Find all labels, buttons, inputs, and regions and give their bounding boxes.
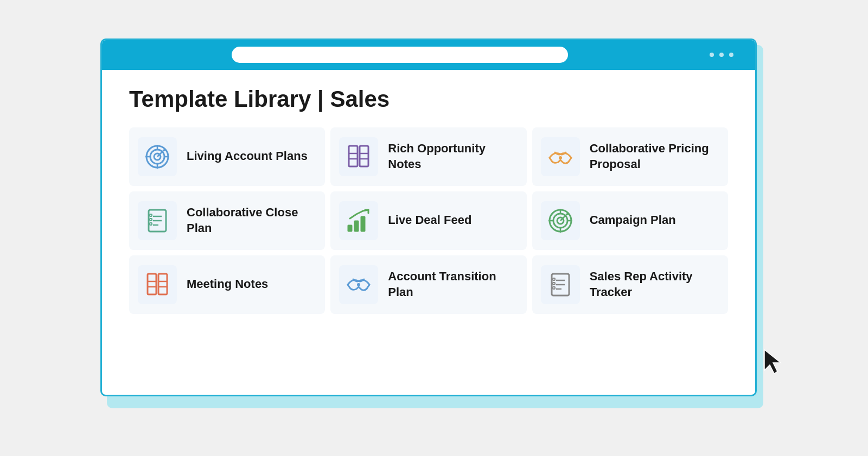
template-label-sales-rep-activity-tracker: Sales Rep Activity Tracker — [590, 269, 719, 300]
target-blue-icon — [143, 143, 171, 171]
template-item-account-transition-plan[interactable]: Account Transition Plan — [330, 255, 526, 314]
template-item-sales-rep-activity-tracker[interactable]: Sales Rep Activity Tracker — [532, 255, 728, 314]
template-item-collaborative-close-plan[interactable]: Collaborative Close Plan — [129, 191, 325, 250]
svg-rect-8 — [349, 146, 358, 166]
template-label-account-transition-plan: Account Transition Plan — [388, 269, 518, 300]
icon-wrapper — [541, 201, 580, 240]
icon-wrapper — [138, 265, 177, 304]
handshake-blue-icon — [344, 271, 373, 299]
target-green-icon — [546, 207, 575, 235]
svg-rect-21 — [150, 223, 152, 225]
app-container: Template Library | Sales — [100, 38, 768, 418]
chart-green-icon — [344, 207, 373, 235]
svg-rect-33 — [148, 274, 156, 294]
template-label-collaborative-close-plan: Collaborative Close Plan — [187, 205, 316, 236]
template-label-live-deal-feed: Live Deal Feed — [388, 213, 471, 228]
svg-point-39 — [357, 283, 360, 286]
icon-wrapper — [541, 265, 580, 304]
page-content: Template Library | Sales — [102, 70, 755, 330]
browser-dot-2 — [719, 53, 724, 57]
template-label-campaign-plan: Campaign Plan — [590, 213, 676, 228]
address-bar[interactable] — [232, 47, 568, 63]
svg-rect-9 — [360, 146, 368, 166]
svg-rect-24 — [361, 216, 365, 232]
template-item-campaign-plan[interactable]: Campaign Plan — [532, 191, 728, 250]
icon-wrapper — [339, 265, 378, 304]
svg-rect-44 — [553, 278, 555, 280]
icon-wrapper — [541, 137, 580, 176]
checklist-gray-icon — [546, 271, 575, 299]
svg-rect-20 — [150, 219, 152, 221]
browser-dot-1 — [710, 53, 714, 57]
template-grid: Living Account Plans Ric — [129, 127, 728, 314]
svg-rect-23 — [354, 221, 359, 232]
page-title: Template Library | Sales — [129, 86, 728, 112]
icon-wrapper — [138, 137, 177, 176]
svg-rect-19 — [150, 214, 152, 216]
checklist-teal-icon — [143, 207, 171, 235]
template-item-collaborative-pricing-proposal[interactable]: Collaborative Pricing Proposal — [532, 127, 728, 186]
svg-rect-22 — [348, 225, 352, 232]
svg-rect-46 — [553, 287, 555, 289]
template-label-living-account-plans: Living Account Plans — [187, 149, 308, 164]
mouse-cursor — [762, 348, 784, 375]
svg-rect-45 — [553, 282, 555, 285]
svg-point-14 — [559, 156, 562, 159]
template-item-live-deal-feed[interactable]: Live Deal Feed — [330, 191, 526, 250]
browser-dots — [710, 53, 733, 57]
icon-wrapper — [138, 201, 177, 240]
template-item-rich-opportunity-notes[interactable]: Rich Opportunity Notes — [330, 127, 526, 186]
template-label-meeting-notes: Meeting Notes — [187, 277, 268, 292]
template-item-meeting-notes[interactable]: Meeting Notes — [129, 255, 325, 314]
template-label-rich-opportunity-notes: Rich Opportunity Notes — [388, 141, 518, 172]
template-item-living-account-plans[interactable]: Living Account Plans — [129, 127, 325, 186]
icon-wrapper — [339, 137, 378, 176]
browser-dot-3 — [729, 53, 733, 57]
book-orange-icon — [143, 271, 171, 299]
handshake-orange-icon — [546, 143, 575, 171]
template-label-collaborative-pricing-proposal: Collaborative Pricing Proposal — [590, 141, 719, 172]
svg-rect-34 — [158, 274, 167, 294]
icon-wrapper — [339, 201, 378, 240]
browser-window: Template Library | Sales — [100, 38, 757, 396]
book-purple-icon — [344, 143, 373, 171]
browser-chrome — [102, 40, 755, 70]
